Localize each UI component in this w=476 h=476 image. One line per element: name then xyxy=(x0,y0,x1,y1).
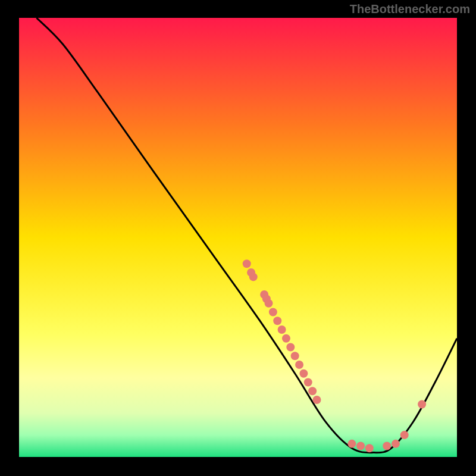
data-point xyxy=(418,400,426,408)
data-point xyxy=(291,352,299,360)
data-point xyxy=(383,442,391,450)
data-point xyxy=(265,299,273,308)
data-point xyxy=(299,369,308,378)
data-point xyxy=(365,444,374,452)
data-point xyxy=(249,273,258,281)
data-point xyxy=(400,431,409,439)
chart-svg xyxy=(19,18,457,457)
data-point xyxy=(269,308,277,316)
data-point xyxy=(347,440,356,448)
data-point xyxy=(243,259,251,268)
data-point xyxy=(392,440,400,448)
data-point xyxy=(308,387,317,395)
data-point xyxy=(312,396,321,404)
data-point xyxy=(282,334,290,343)
data-point xyxy=(295,361,303,369)
chart-area xyxy=(19,18,457,457)
data-point xyxy=(273,317,281,325)
watermark-text: TheBottlenecker.com xyxy=(350,2,470,16)
data-point xyxy=(356,442,365,450)
data-point xyxy=(286,343,295,352)
data-point xyxy=(278,325,286,334)
gradient-background xyxy=(19,18,457,457)
data-point xyxy=(304,378,312,387)
